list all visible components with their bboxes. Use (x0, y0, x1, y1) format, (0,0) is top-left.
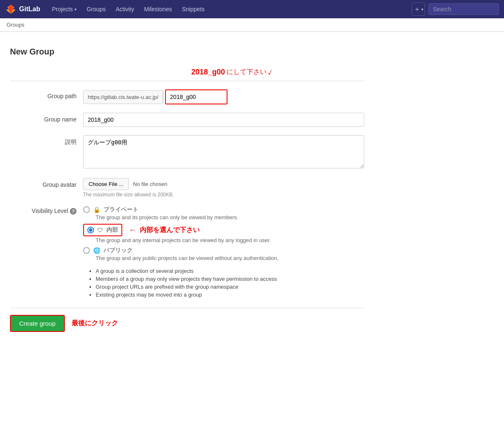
group-name-label: Group name (10, 113, 77, 123)
radio-private[interactable] (83, 206, 90, 213)
group-path-row: Group path https://gitlab.cis.iwate-u.ac… (10, 89, 364, 104)
nav-activity[interactable]: Activity (111, 0, 139, 18)
annotation-arrow-top: ↓ (266, 66, 275, 78)
visibility-options: 🔒 プライベート The group and its projects can … (83, 206, 364, 299)
gitlab-logo-text: GitLab (19, 5, 40, 13)
list-item: Existing projects may be moved into a gr… (96, 292, 364, 298)
list-item: Members of a group may only view project… (96, 276, 364, 282)
form-footer: Create group 最後にクリック (10, 308, 364, 339)
new-group-form: Group path https://gitlab.cis.iwate-u.ac… (10, 81, 364, 299)
create-group-button[interactable]: Create group (10, 315, 65, 332)
public-desc: The group and any public projects can be… (96, 255, 364, 261)
nav-milestones[interactable]: Milestones (139, 0, 177, 18)
file-hint: The maximum file size allowed is 200KB. (83, 192, 364, 198)
list-item: Group project URLs are prefixed with the… (96, 284, 364, 290)
globe-icon: 🌐 (93, 247, 100, 254)
description-row: 説明 グループg00用 (10, 135, 364, 170)
page-title: New Group (10, 47, 364, 57)
gitlab-fox-icon (5, 3, 17, 15)
shield-icon: 🛡 (97, 227, 103, 233)
visibility-option-internal: 🛡 内部 ← 内部を選んで下さい The group and any inter… (83, 224, 364, 243)
page-container: New Group 2018_g00 にして下さい ↓ Group path h… (0, 39, 374, 347)
footer-annotation: 最後にクリック (72, 319, 118, 328)
annotation-bold: 2018_g00 (191, 68, 225, 77)
list-item: A group is a collection of several proje… (96, 268, 364, 274)
lock-icon: 🔒 (93, 206, 100, 213)
chevron-down-icon: ▾ (74, 7, 77, 12)
group-name-row: Group name (10, 113, 364, 127)
new-item-button[interactable]: ＋ ▾ (412, 2, 425, 16)
gitlab-logo[interactable]: GitLab (5, 3, 40, 15)
group-avatar-row: Group avatar Choose File ... No file cho… (10, 178, 364, 198)
description-textarea[interactable]: グループg00用 (83, 135, 364, 168)
visibility-option-private: 🔒 プライベート The group and its projects can … (83, 206, 364, 220)
internal-desc: The group and any internal projects can … (96, 237, 364, 243)
description-label: 説明 (10, 135, 77, 146)
annotation-arrow-internal: ← (129, 226, 136, 235)
help-icon[interactable]: ? (70, 208, 77, 215)
nav-projects[interactable]: Projects ▾ (47, 0, 82, 18)
group-path-input[interactable] (165, 89, 227, 104)
internal-annotation: ← 内部を選んで下さい (129, 226, 200, 235)
radio-internal[interactable] (87, 227, 94, 233)
visibility-row: Visibility Level ? 🔒 プライベート The group an… (10, 206, 364, 299)
search-input[interactable] (428, 3, 499, 15)
annotation-top: 2018_g00 にして下さい ↓ (191, 67, 273, 77)
group-name-input[interactable] (83, 113, 364, 127)
no-file-text: No file chosen (133, 181, 167, 187)
chevron-down-icon: ▾ (421, 7, 423, 12)
nav-groups[interactable]: Groups (82, 0, 111, 18)
file-upload-wrapper: Choose File ... No file chosen (83, 178, 364, 190)
private-label: プライベート (104, 206, 138, 213)
internal-label: 内部 (106, 226, 118, 234)
choose-file-button[interactable]: Choose File ... (83, 178, 129, 190)
radio-public[interactable] (83, 247, 90, 254)
breadcrumb: Groups (0, 18, 504, 32)
info-list: A group is a collection of several proje… (96, 268, 364, 298)
group-avatar-label: Group avatar (10, 178, 77, 188)
plus-icon: ＋ (414, 5, 420, 14)
private-desc: The group and its projects can only be v… (96, 214, 364, 220)
internal-option-wrapper: 🛡 内部 (83, 224, 122, 236)
group-path-label: Group path (10, 89, 77, 99)
visibility-label: Visibility Level ? (10, 206, 77, 215)
annotation-text-internal: 内部を選んで下さい (140, 226, 200, 235)
visibility-option-public: 🌐 パブリック The group and any public project… (83, 247, 364, 261)
nav-snippets[interactable]: Snippets (177, 0, 209, 18)
public-label: パブリック (104, 247, 133, 254)
group-path-prefix: https://gitlab.cis.iwate-u.ac.jp/ (84, 91, 163, 104)
navbar: GitLab Projects ▾ Groups Activity Milest… (0, 0, 504, 18)
